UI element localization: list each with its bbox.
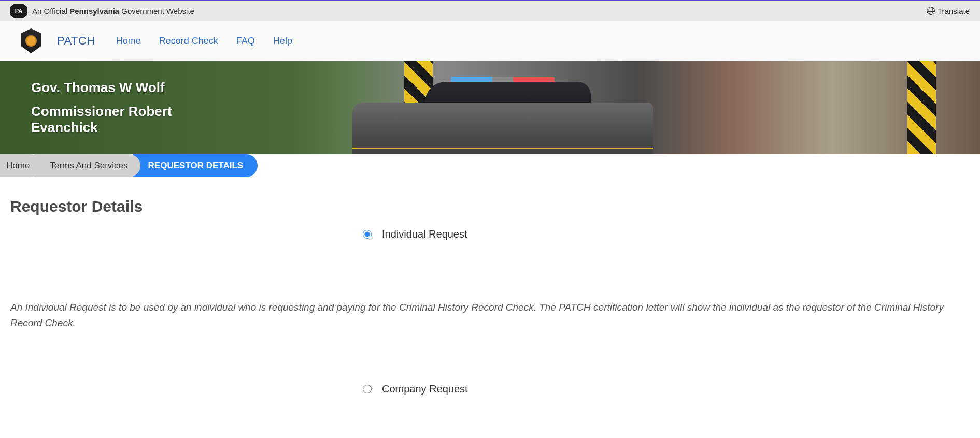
police-vehicle-image	[352, 71, 653, 154]
main-nav: PATCH Home Record Check FAQ Help	[0, 21, 980, 61]
governor-name: Gov. Thomas W Wolf	[31, 80, 238, 96]
top-banner: PA An Official Pennsylvania Government W…	[0, 0, 980, 21]
nav-links: Home Record Check FAQ Help	[116, 36, 292, 47]
nav-record-check[interactable]: Record Check	[159, 36, 218, 47]
breadcrumb: Home Terms And Services REQUESTOR DETAIL…	[0, 154, 980, 177]
pa-state-logo-icon: PA	[10, 4, 27, 18]
text-suffix: Government Website	[119, 7, 194, 16]
breadcrumb-home[interactable]: Home	[0, 154, 42, 177]
individual-request-row: Individual Request	[10, 228, 970, 240]
content: Requestor Details Individual Request An …	[0, 177, 980, 413]
breadcrumb-current: REQUESTOR DETAILS	[133, 154, 258, 177]
nav-help[interactable]: Help	[273, 36, 292, 47]
page-title: Requestor Details	[10, 198, 970, 215]
company-request-radio[interactable]	[363, 385, 372, 393]
nav-home[interactable]: Home	[116, 36, 141, 47]
psp-badge-logo-icon[interactable]	[21, 28, 41, 53]
nav-faq[interactable]: FAQ	[236, 36, 255, 47]
translate-button[interactable]: Translate	[927, 7, 970, 16]
text-bold: Pennsylvania	[69, 7, 119, 16]
commissioner-name: Commissioner Robert Evanchick	[31, 104, 238, 136]
breadcrumb-terms[interactable]: Terms And Services	[34, 154, 140, 177]
hero-text: Gov. Thomas W Wolf Commissioner Robert E…	[31, 80, 238, 136]
company-request-row: Company Request	[10, 383, 970, 395]
individual-request-label[interactable]: Individual Request	[382, 228, 467, 240]
individual-request-description: An Individual Request is to be used by a…	[10, 300, 970, 331]
official-site-text: An Official Pennsylvania Government Webs…	[32, 7, 194, 16]
globe-icon	[927, 7, 935, 15]
translate-label: Translate	[938, 7, 970, 16]
text-prefix: An Official	[32, 7, 69, 16]
individual-request-radio[interactable]	[363, 230, 372, 239]
hero-banner: Gov. Thomas W Wolf Commissioner Robert E…	[0, 61, 980, 154]
top-banner-left: PA An Official Pennsylvania Government W…	[10, 4, 194, 18]
brand-title[interactable]: PATCH	[57, 34, 95, 48]
company-request-label[interactable]: Company Request	[382, 383, 468, 395]
